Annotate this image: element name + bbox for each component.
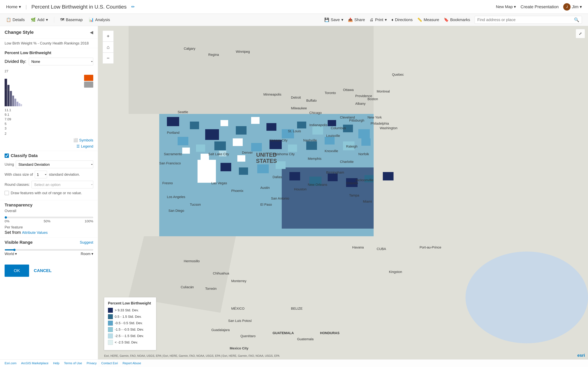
legend-item-5: < -2.5 Std. Dev. bbox=[108, 340, 152, 345]
home-extent-button[interactable]: ⌂ bbox=[103, 42, 114, 53]
print-button[interactable]: 🖨 Print ▾ bbox=[370, 17, 387, 22]
svg-text:San Diego: San Diego bbox=[168, 209, 184, 213]
cancel-button[interactable]: CANCEL bbox=[34, 268, 52, 273]
new-map-button[interactable]: New Map ▾ bbox=[496, 4, 516, 9]
svg-rect-27 bbox=[361, 138, 371, 146]
world-select[interactable]: World ▾ bbox=[5, 252, 17, 256]
svg-text:Chicago: Chicago bbox=[309, 111, 322, 115]
user-menu-button[interactable]: J Jim ▾ bbox=[563, 3, 582, 10]
svg-rect-7 bbox=[221, 120, 228, 126]
zoom-out-button[interactable]: − bbox=[103, 53, 114, 64]
basemap-tab[interactable]: 🗺 Basemap bbox=[60, 17, 83, 22]
draw-features-checkbox[interactable] bbox=[5, 191, 9, 195]
svg-text:Portland: Portland bbox=[167, 131, 180, 134]
panel-bottom-buttons: OK CANCEL bbox=[0, 259, 98, 283]
visible-range-title: Visible Range bbox=[5, 240, 33, 245]
classify-checkbox[interactable] bbox=[5, 154, 9, 158]
privacy-link[interactable]: Privacy bbox=[87, 361, 97, 365]
svg-text:Las Vegas: Las Vegas bbox=[211, 181, 227, 185]
svg-text:Providence: Providence bbox=[355, 94, 372, 98]
terms-link[interactable]: Terms of Use bbox=[64, 361, 82, 365]
hist-bar-4 bbox=[12, 96, 14, 106]
classification-method-select[interactable]: Standard Deviation Natural Breaks Equal … bbox=[16, 161, 93, 168]
edit-title-icon[interactable]: ✏ bbox=[131, 4, 135, 9]
legend-swatch-3 bbox=[108, 327, 113, 332]
transparency-0: 0% bbox=[5, 219, 9, 223]
svg-text:Miami: Miami bbox=[363, 200, 372, 203]
svg-text:El Paso: El Paso bbox=[260, 203, 272, 206]
legend-swatch-2 bbox=[108, 321, 113, 325]
set-from-row: Set from Attribute Values bbox=[5, 230, 93, 235]
svg-text:Mexico City: Mexico City bbox=[230, 346, 249, 350]
svg-text:Regina: Regina bbox=[208, 53, 219, 57]
esri-com-link[interactable]: Esri.com bbox=[5, 361, 17, 365]
histogram-container: ─ x̄ bbox=[5, 76, 22, 106]
directions-button[interactable]: ♦ Directions bbox=[391, 17, 413, 22]
hist-bar-7 bbox=[19, 103, 20, 106]
svg-text:Indianapolis: Indianapolis bbox=[309, 123, 327, 127]
expand-icon: ⤢ bbox=[579, 32, 582, 36]
svg-text:Kansas City: Kansas City bbox=[269, 138, 287, 142]
legend-button[interactable]: ☰ Legend bbox=[76, 143, 93, 150]
visible-range-slider[interactable] bbox=[5, 249, 93, 250]
expand-map-button[interactable]: ⤢ bbox=[576, 29, 585, 38]
analysis-tab[interactable]: 📊 Analysis bbox=[89, 17, 110, 22]
class-size-select[interactable]: 1 0.5 2 bbox=[35, 171, 47, 178]
legend-swatch-0 bbox=[108, 308, 113, 313]
print-label: Print bbox=[375, 17, 383, 22]
home-extent-icon: ⌂ bbox=[107, 44, 110, 50]
contact-esri-link[interactable]: Contact Esri bbox=[101, 361, 118, 365]
details-label: Details bbox=[13, 17, 25, 22]
visible-range-section: Visible Range Suggest World ▾ Room ▾ bbox=[0, 237, 98, 259]
classify-label: Classify Data bbox=[11, 153, 38, 158]
transparency-slider[interactable] bbox=[5, 217, 93, 218]
svg-rect-24 bbox=[306, 142, 317, 150]
svg-text:San Antonio: San Antonio bbox=[271, 197, 289, 200]
report-abuse-link[interactable]: Report Abuse bbox=[122, 361, 141, 365]
svg-text:Raleigh: Raleigh bbox=[346, 144, 358, 148]
attribute-values-link[interactable]: Attribute Values bbox=[22, 230, 48, 234]
add-tab[interactable]: 🌿 Add ▾ bbox=[31, 17, 48, 22]
save-button[interactable]: 💾 Save ▾ bbox=[324, 17, 343, 22]
search-input[interactable] bbox=[477, 17, 572, 22]
svg-text:San Francisco: San Francisco bbox=[159, 161, 181, 165]
symbols-icon: ⬜ bbox=[73, 138, 78, 142]
ok-button[interactable]: OK bbox=[5, 265, 29, 277]
user-chevron-icon: ▾ bbox=[580, 4, 582, 9]
suggest-button[interactable]: Suggest bbox=[80, 240, 93, 244]
mean-indicator: ─ x̄ bbox=[5, 88, 10, 92]
map-controls: + ⌂ − bbox=[103, 31, 114, 64]
arcgis-marketplace-link[interactable]: ArcGIS Marketplace bbox=[21, 361, 49, 365]
legend-label-1: 0.5 - 1.5 Std. Dev. bbox=[115, 315, 142, 319]
bookmarks-button[interactable]: 🔖 Bookmarks bbox=[444, 17, 470, 22]
map-area[interactable]: UNITED STATES Seattle Portland Sacrament… bbox=[98, 26, 588, 359]
share-button[interactable]: 📤 Share bbox=[348, 17, 365, 22]
room-label: Room bbox=[81, 252, 90, 256]
measure-button[interactable]: 📏 Measure bbox=[417, 17, 439, 22]
search-icon[interactable]: 🔍 bbox=[574, 17, 579, 22]
details-tab[interactable]: 📋 Details bbox=[6, 17, 25, 22]
set-from-label: Set from bbox=[5, 230, 21, 235]
symbols-button[interactable]: ⬜ Symbols bbox=[73, 137, 93, 143]
svg-text:HONDURAS: HONDURAS bbox=[320, 331, 339, 335]
round-classes-select[interactable]: Select an option 0 decimal places 1 deci… bbox=[32, 181, 93, 188]
histogram-annotations: 11.1 9.1 7.09 5 3 2 bbox=[5, 108, 93, 136]
legend-swatch-4 bbox=[108, 334, 113, 338]
color-swatch-gray bbox=[84, 82, 93, 88]
svg-rect-14 bbox=[328, 120, 336, 126]
world-label: World bbox=[5, 252, 14, 256]
share-label: Share bbox=[354, 17, 365, 22]
svg-text:Fresno: Fresno bbox=[162, 181, 173, 185]
create-presentation-button[interactable]: Create Presentation bbox=[520, 4, 559, 9]
collapse-panel-button[interactable]: ◀ bbox=[90, 30, 93, 35]
room-select[interactable]: Room ▾ bbox=[81, 252, 93, 256]
zoom-in-button[interactable]: + bbox=[103, 31, 114, 42]
svg-rect-9 bbox=[251, 117, 259, 124]
divided-by-select[interactable]: None Field1 Field2 bbox=[29, 58, 93, 65]
svg-text:Ottawa: Ottawa bbox=[343, 88, 354, 92]
home-button[interactable]: Home ▾ bbox=[6, 4, 21, 9]
svg-rect-42 bbox=[257, 164, 269, 173]
help-link[interactable]: Help bbox=[53, 361, 60, 365]
svg-text:Detroit: Detroit bbox=[291, 96, 301, 100]
transparency-title: Transparency bbox=[5, 203, 93, 208]
